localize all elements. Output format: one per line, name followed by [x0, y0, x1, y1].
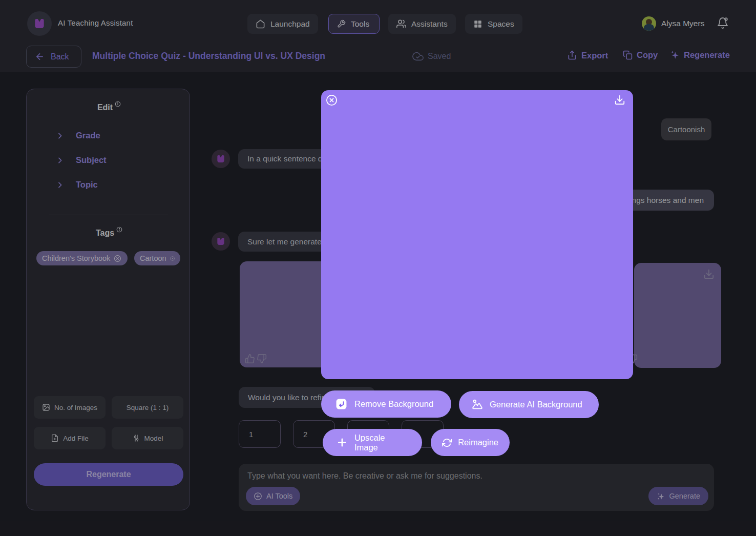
close-icon[interactable] — [326, 94, 338, 108]
remove-background-button[interactable]: Remove Background — [321, 390, 451, 418]
app-window: AI Teaching Assistant Launchpad Tools As… — [0, 0, 756, 536]
download-icon[interactable] — [614, 94, 625, 108]
generate-ai-background-button[interactable]: Generate AI Background — [459, 391, 599, 418]
ai-background-icon — [471, 399, 484, 411]
plus-icon — [337, 437, 347, 448]
remove-background-icon — [335, 398, 347, 410]
image-preview-modal — [321, 90, 633, 379]
reimagine-button[interactable]: Reimagine — [431, 429, 510, 456]
upscale-image-button[interactable]: Upscale Image — [323, 429, 422, 456]
refresh-icon — [442, 438, 452, 448]
